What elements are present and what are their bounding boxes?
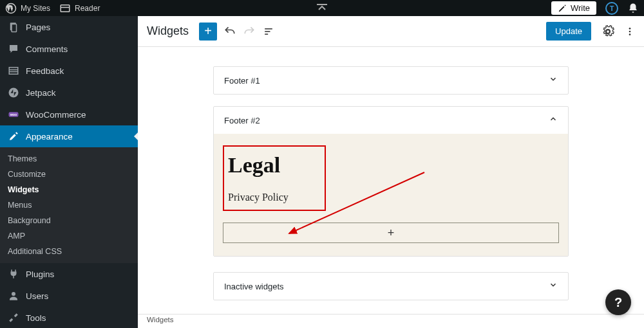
- editor-canvas: Footer #1 Footer #2 Legal Privacy Policy…: [138, 47, 644, 314]
- notifications-icon[interactable]: [627, 3, 639, 14]
- sidebar-label: WooCommerce: [26, 110, 86, 120]
- submenu-themes[interactable]: Themes: [0, 151, 138, 167]
- feedback-icon: [8, 65, 19, 77]
- my-sites-label: My Sites: [21, 4, 50, 13]
- reader-label: Reader: [75, 4, 100, 13]
- sidebar-item-tools[interactable]: Tools: [0, 307, 138, 328]
- page-title: Widgets: [147, 24, 189, 38]
- sidebar-label: Appearance: [26, 132, 73, 141]
- svg-rect-5: [12, 24, 17, 32]
- sidebar-label: Comments: [26, 44, 68, 54]
- appearance-icon: [8, 131, 19, 142]
- appearance-submenu: Themes Customize Widgets Menus Backgroun…: [0, 147, 138, 263]
- jetpack-icon: [8, 87, 19, 98]
- heading-block[interactable]: Legal: [228, 153, 321, 178]
- paragraph-block[interactable]: Privacy Policy: [228, 192, 321, 203]
- svg-text:woo: woo: [10, 113, 17, 116]
- chevron-up-icon: [549, 114, 558, 126]
- users-icon: [8, 290, 19, 302]
- sidebar-item-plugins[interactable]: Plugins: [0, 263, 138, 285]
- sidebar-item-comments[interactable]: Comments: [0, 38, 138, 60]
- sidebar-label: Jetpack: [26, 88, 56, 98]
- svg-rect-7: [9, 68, 18, 75]
- widget-area-inactive: Inactive widgets: [213, 272, 569, 300]
- update-button[interactable]: Update: [546, 22, 591, 41]
- submenu-menus[interactable]: Menus: [0, 197, 138, 213]
- chevron-down-icon: [549, 280, 558, 292]
- sidebar-label: Plugins: [26, 269, 54, 279]
- sidebar-item-jetpack[interactable]: Jetpack: [0, 82, 138, 104]
- list-view-button[interactable]: [262, 25, 275, 38]
- plugins-icon: [8, 268, 19, 280]
- pen-icon: [558, 4, 567, 13]
- more-options-button[interactable]: [625, 25, 635, 38]
- sidebar-item-appearance[interactable]: Appearance: [0, 125, 138, 147]
- wordpress-icon: [5, 3, 17, 14]
- annotation-highlight-box: Legal Privacy Policy: [223, 145, 326, 211]
- footer-2-body: Legal Privacy Policy +: [214, 134, 568, 256]
- comments-icon: [8, 43, 19, 55]
- breadcrumb-bar: Widgets: [138, 314, 644, 328]
- widget-area-footer-2: Footer #2 Legal Privacy Policy +: [213, 106, 569, 257]
- undo-button[interactable]: [223, 25, 236, 38]
- submenu-additional-css[interactable]: Additional CSS: [0, 244, 138, 259]
- reader-link[interactable]: Reader: [59, 3, 100, 14]
- footer-2-label: Footer #2: [224, 116, 260, 125]
- svg-point-10: [9, 88, 19, 98]
- svg-point-26: [607, 30, 610, 33]
- svg-point-27: [629, 28, 631, 30]
- footer-2-toggle[interactable]: Footer #2: [214, 107, 568, 134]
- tools-icon: [8, 312, 19, 323]
- inactive-label: Inactive widgets: [224, 282, 284, 291]
- svg-point-28: [629, 30, 631, 32]
- submenu-customize[interactable]: Customize: [0, 167, 138, 182]
- help-button[interactable]: ?: [605, 289, 631, 315]
- admin-sidebar: Pages Comments Feedback Jetpack woo WooC…: [0, 16, 138, 328]
- jump-to-top-icon[interactable]: [317, 3, 327, 14]
- sidebar-label: Pages: [26, 23, 50, 32]
- pages-icon: [8, 21, 19, 33]
- footer-1-label: Footer #1: [224, 76, 260, 86]
- sidebar-label: Tools: [26, 313, 46, 323]
- sidebar-item-woocommerce[interactable]: woo WooCommerce: [0, 104, 138, 125]
- inactive-toggle[interactable]: Inactive widgets: [214, 273, 568, 300]
- sidebar-item-feedback[interactable]: Feedback: [0, 60, 138, 82]
- editor-header: Widgets + Update: [138, 16, 644, 47]
- submenu-background[interactable]: Background: [0, 213, 138, 228]
- sidebar-item-users[interactable]: Users: [0, 285, 138, 307]
- svg-rect-1: [61, 5, 70, 12]
- woocommerce-icon: woo: [8, 109, 19, 120]
- footer-1-toggle[interactable]: Footer #1: [214, 67, 568, 94]
- write-button[interactable]: Write: [551, 1, 596, 15]
- submenu-amp[interactable]: AMP: [0, 228, 138, 244]
- reader-icon: [59, 3, 71, 14]
- settings-gear-button[interactable]: [601, 25, 614, 38]
- editor-main: Widgets + Update Footer #1 Footer #2: [138, 16, 644, 328]
- avatar[interactable]: T: [605, 2, 618, 15]
- add-block-button[interactable]: +: [199, 23, 217, 41]
- sidebar-item-pages[interactable]: Pages: [0, 16, 138, 38]
- submenu-widgets[interactable]: Widgets: [0, 182, 138, 197]
- breadcrumb-label[interactable]: Widgets: [147, 316, 174, 323]
- admin-bar: My Sites Reader Write T: [0, 0, 644, 16]
- chevron-down-icon: [549, 75, 558, 86]
- widget-area-footer-1: Footer #1: [213, 66, 569, 95]
- add-block-inline-button[interactable]: +: [223, 223, 559, 243]
- my-sites-link[interactable]: My Sites: [5, 3, 50, 14]
- svg-point-15: [12, 292, 15, 296]
- redo-button[interactable]: [243, 25, 256, 38]
- svg-point-29: [629, 33, 631, 35]
- write-label: Write: [571, 3, 590, 13]
- sidebar-label: Users: [26, 291, 48, 301]
- sidebar-label: Feedback: [26, 66, 64, 76]
